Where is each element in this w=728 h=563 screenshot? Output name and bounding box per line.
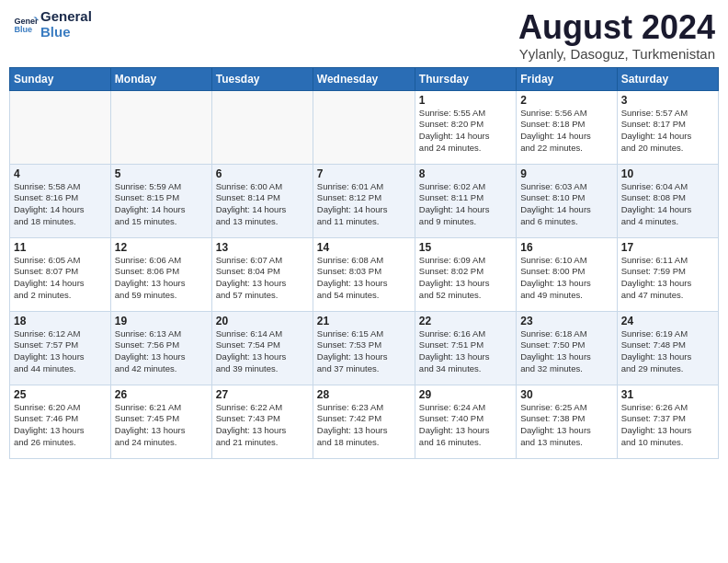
calendar-day <box>10 90 111 164</box>
calendar-day: 31Sunrise: 6:26 AM Sunset: 7:37 PM Dayli… <box>617 385 718 458</box>
calendar-day: 30Sunrise: 6:25 AM Sunset: 7:38 PM Dayli… <box>517 385 617 458</box>
calendar-day: 25Sunrise: 6:20 AM Sunset: 7:46 PM Dayli… <box>10 385 111 458</box>
calendar-table: SundayMondayTuesdayWednesdayThursdayFrid… <box>9 67 719 459</box>
calendar-day: 5Sunrise: 5:59 AM Sunset: 8:15 PM Daylig… <box>110 164 211 237</box>
weekday-header-saturday: Saturday <box>617 67 718 90</box>
day-number: 18 <box>14 315 107 327</box>
day-number: 12 <box>115 241 208 254</box>
calendar-day: 29Sunrise: 6:24 AM Sunset: 7:40 PM Dayli… <box>415 385 516 458</box>
calendar-week-3: 11Sunrise: 6:05 AM Sunset: 8:07 PM Dayli… <box>10 237 719 311</box>
day-number: 10 <box>621 167 714 180</box>
calendar-day: 24Sunrise: 6:19 AM Sunset: 7:48 PM Dayli… <box>617 311 718 385</box>
day-number: 22 <box>419 315 512 327</box>
day-info: Sunrise: 6:02 AM Sunset: 8:11 PM Dayligh… <box>419 181 512 228</box>
day-info: Sunrise: 6:07 AM Sunset: 8:04 PM Dayligh… <box>216 255 309 302</box>
calendar-day: 15Sunrise: 6:09 AM Sunset: 8:02 PM Dayli… <box>415 237 516 311</box>
calendar-day: 8Sunrise: 6:02 AM Sunset: 8:11 PM Daylig… <box>415 164 516 237</box>
calendar-week-5: 25Sunrise: 6:20 AM Sunset: 7:46 PM Dayli… <box>10 385 719 458</box>
location-subtitle: Yylanly, Dasoguz, Turkmenistan <box>518 46 715 62</box>
day-number: 17 <box>621 241 714 254</box>
day-number: 2 <box>520 94 612 107</box>
day-number: 19 <box>115 315 208 327</box>
day-number: 30 <box>520 388 612 401</box>
calendar-day: 23Sunrise: 6:18 AM Sunset: 7:50 PM Dayli… <box>517 311 617 385</box>
day-number: 3 <box>621 94 714 107</box>
calendar-day: 10Sunrise: 6:04 AM Sunset: 8:08 PM Dayli… <box>617 164 718 237</box>
calendar-day <box>211 90 313 164</box>
calendar-day: 1Sunrise: 5:55 AM Sunset: 8:20 PM Daylig… <box>415 90 516 164</box>
calendar-day: 13Sunrise: 6:07 AM Sunset: 8:04 PM Dayli… <box>211 237 313 311</box>
day-info: Sunrise: 6:00 AM Sunset: 8:14 PM Dayligh… <box>216 181 309 228</box>
calendar-day: 4Sunrise: 5:58 AM Sunset: 8:16 PM Daylig… <box>10 164 111 237</box>
weekday-header-row: SundayMondayTuesdayWednesdayThursdayFrid… <box>10 67 719 90</box>
calendar-day <box>110 90 211 164</box>
calendar-day: 16Sunrise: 6:10 AM Sunset: 8:00 PM Dayli… <box>517 237 617 311</box>
calendar-day: 12Sunrise: 6:06 AM Sunset: 8:06 PM Dayli… <box>110 237 211 311</box>
weekday-header-thursday: Thursday <box>415 67 516 90</box>
calendar-day: 28Sunrise: 6:23 AM Sunset: 7:42 PM Dayli… <box>313 385 415 458</box>
day-info: Sunrise: 6:24 AM Sunset: 7:40 PM Dayligh… <box>419 402 512 449</box>
day-info: Sunrise: 6:15 AM Sunset: 7:53 PM Dayligh… <box>317 328 411 375</box>
day-number: 25 <box>14 388 107 401</box>
calendar-day: 2Sunrise: 5:56 AM Sunset: 8:18 PM Daylig… <box>517 90 617 164</box>
day-number: 24 <box>621 315 714 327</box>
day-info: Sunrise: 5:57 AM Sunset: 8:17 PM Dayligh… <box>621 108 714 155</box>
day-number: 28 <box>317 388 411 401</box>
logo: General Blue General Blue <box>13 9 92 40</box>
calendar-day <box>313 90 415 164</box>
day-number: 7 <box>317 167 411 180</box>
day-info: Sunrise: 6:18 AM Sunset: 7:50 PM Dayligh… <box>520 328 612 375</box>
calendar-day: 7Sunrise: 6:01 AM Sunset: 8:12 PM Daylig… <box>313 164 415 237</box>
day-number: 27 <box>216 388 309 401</box>
month-title: August 2024 <box>518 9 715 46</box>
weekday-header-monday: Monday <box>110 67 211 90</box>
day-number: 13 <box>216 241 309 254</box>
calendar-day: 19Sunrise: 6:13 AM Sunset: 7:56 PM Dayli… <box>110 311 211 385</box>
calendar-day: 27Sunrise: 6:22 AM Sunset: 7:43 PM Dayli… <box>211 385 313 458</box>
weekday-header-wednesday: Wednesday <box>313 67 415 90</box>
day-info: Sunrise: 6:05 AM Sunset: 8:07 PM Dayligh… <box>14 255 107 302</box>
day-info: Sunrise: 6:20 AM Sunset: 7:46 PM Dayligh… <box>14 402 107 449</box>
day-info: Sunrise: 6:23 AM Sunset: 7:42 PM Dayligh… <box>317 402 411 449</box>
calendar-week-2: 4Sunrise: 5:58 AM Sunset: 8:16 PM Daylig… <box>10 164 719 237</box>
day-info: Sunrise: 6:22 AM Sunset: 7:43 PM Dayligh… <box>216 402 309 449</box>
day-number: 8 <box>419 167 512 180</box>
day-info: Sunrise: 6:16 AM Sunset: 7:51 PM Dayligh… <box>419 328 512 375</box>
day-info: Sunrise: 6:21 AM Sunset: 7:45 PM Dayligh… <box>115 402 208 449</box>
calendar-day: 18Sunrise: 6:12 AM Sunset: 7:57 PM Dayli… <box>10 311 111 385</box>
day-info: Sunrise: 5:58 AM Sunset: 8:16 PM Dayligh… <box>14 181 107 228</box>
day-number: 29 <box>419 388 512 401</box>
page-header: General Blue General Blue August 2024 Yy… <box>9 9 719 62</box>
day-info: Sunrise: 6:10 AM Sunset: 8:00 PM Dayligh… <box>520 255 612 302</box>
day-number: 9 <box>520 167 612 180</box>
day-info: Sunrise: 5:55 AM Sunset: 8:20 PM Dayligh… <box>419 108 512 155</box>
calendar-week-1: 1Sunrise: 5:55 AM Sunset: 8:20 PM Daylig… <box>10 90 719 164</box>
day-info: Sunrise: 6:11 AM Sunset: 7:59 PM Dayligh… <box>621 255 714 302</box>
day-info: Sunrise: 6:08 AM Sunset: 8:03 PM Dayligh… <box>317 255 411 302</box>
day-number: 23 <box>520 315 612 327</box>
day-number: 4 <box>14 167 107 180</box>
day-number: 11 <box>14 241 107 254</box>
day-number: 1 <box>419 94 512 107</box>
day-number: 21 <box>317 315 411 327</box>
calendar-day: 9Sunrise: 6:03 AM Sunset: 8:10 PM Daylig… <box>517 164 617 237</box>
day-number: 15 <box>419 241 512 254</box>
calendar-day: 22Sunrise: 6:16 AM Sunset: 7:51 PM Dayli… <box>415 311 516 385</box>
weekday-header-friday: Friday <box>517 67 617 90</box>
calendar-day: 20Sunrise: 6:14 AM Sunset: 7:54 PM Dayli… <box>211 311 313 385</box>
calendar-day: 17Sunrise: 6:11 AM Sunset: 7:59 PM Dayli… <box>617 237 718 311</box>
day-info: Sunrise: 6:03 AM Sunset: 8:10 PM Dayligh… <box>520 181 612 228</box>
day-info: Sunrise: 6:01 AM Sunset: 8:12 PM Dayligh… <box>317 181 411 228</box>
title-block: August 2024 Yylanly, Dasoguz, Turkmenist… <box>518 9 715 62</box>
day-info: Sunrise: 6:14 AM Sunset: 7:54 PM Dayligh… <box>216 328 309 375</box>
day-number: 6 <box>216 167 309 180</box>
day-number: 26 <box>115 388 208 401</box>
calendar-day: 26Sunrise: 6:21 AM Sunset: 7:45 PM Dayli… <box>110 385 211 458</box>
day-info: Sunrise: 6:04 AM Sunset: 8:08 PM Dayligh… <box>621 181 714 228</box>
calendar-day: 6Sunrise: 6:00 AM Sunset: 8:14 PM Daylig… <box>211 164 313 237</box>
weekday-header-tuesday: Tuesday <box>211 67 313 90</box>
day-info: Sunrise: 6:26 AM Sunset: 7:37 PM Dayligh… <box>621 402 714 449</box>
day-info: Sunrise: 6:12 AM Sunset: 7:57 PM Dayligh… <box>14 328 107 375</box>
calendar-day: 14Sunrise: 6:08 AM Sunset: 8:03 PM Dayli… <box>313 237 415 311</box>
logo-line1: General <box>40 9 92 25</box>
